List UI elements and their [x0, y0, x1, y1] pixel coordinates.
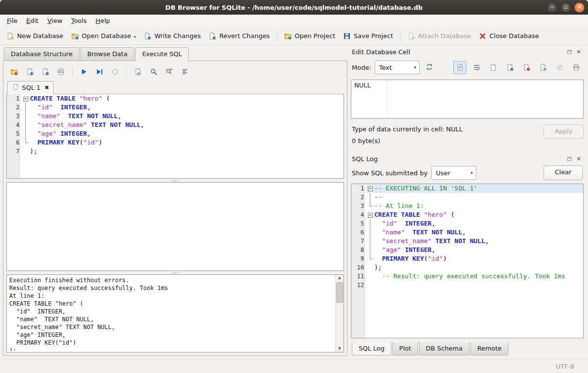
- line-number: 1: [351, 184, 366, 193]
- code-line-2[interactable]: 2--: [351, 193, 583, 202]
- close-dock-icon[interactable]: [575, 155, 583, 163]
- menu-file[interactable]: File: [2, 16, 22, 26]
- bottom-tab-plot[interactable]: Plot: [392, 342, 418, 355]
- float-dock-icon[interactable]: [566, 155, 573, 163]
- close-database-button[interactable]: Close Database: [475, 29, 543, 43]
- write-changes-button[interactable]: Write Changes: [140, 29, 204, 43]
- encoding-indicator[interactable]: UTF-8: [556, 363, 574, 370]
- float-dock-icon[interactable]: [566, 48, 573, 56]
- line-number: 2: [7, 103, 22, 112]
- exec-log-line: CREATE TABLE "hero" (: [9, 300, 335, 308]
- bottom-tab-db-schema[interactable]: DB Schema: [419, 342, 469, 355]
- find-button[interactable]: [147, 65, 161, 79]
- code-line-10[interactable]: 10);: [351, 263, 583, 272]
- bottom-tab-sql-log[interactable]: SQL Log: [352, 342, 391, 355]
- panel-splitter[interactable]: [347, 45, 351, 359]
- maximize-button[interactable]: ▫: [561, 2, 571, 13]
- code-line-2[interactable]: 2 "id" INTEGER,: [7, 103, 344, 112]
- save-sql-file-button[interactable]: [23, 65, 37, 79]
- menu-help[interactable]: Help: [91, 16, 115, 26]
- code-line-5[interactable]: 5 "id" INTEGER,: [351, 219, 583, 228]
- code-line-4[interactable]: 4CREATE TABLE "hero" (: [351, 210, 583, 219]
- code-line-5[interactable]: 5 "age" INTEGER,: [7, 129, 344, 138]
- save-project-button[interactable]: Save Project: [339, 29, 397, 43]
- format-sql-button[interactable]: [178, 65, 192, 79]
- fold-collapse-icon[interactable]: [366, 210, 373, 219]
- code-line-3[interactable]: 3-- At line 1:: [351, 202, 583, 210]
- execute-line-button[interactable]: [93, 65, 106, 79]
- code-line-1[interactable]: 1CREATE TABLE "hero" (: [7, 94, 344, 103]
- import-data-button[interactable]: [503, 61, 516, 74]
- auto-switch-mode-button[interactable]: [423, 61, 436, 74]
- open-sql-file-button[interactable]: [7, 65, 21, 79]
- sql-log-view[interactable]: 1-- EXECUTING ALL IN 'SQL 1'2--3-- At li…: [351, 184, 584, 338]
- execution-log[interactable]: Execution finished without errors.Result…: [9, 276, 335, 351]
- mode-select[interactable]: Text ▾: [375, 61, 420, 74]
- print-sql-button[interactable]: [54, 65, 68, 79]
- code-line-7[interactable]: 7 "secret_name" TEXT NOT NULL,: [351, 237, 583, 246]
- code-line-6[interactable]: 6 PRIMARY KEY("id"): [7, 138, 344, 147]
- fold-collapse-icon[interactable]: [22, 94, 29, 103]
- save-sql-as-button[interactable]: [39, 65, 52, 79]
- print-cell-button[interactable]: [569, 61, 583, 74]
- execute-all-button[interactable]: [77, 65, 91, 79]
- close-window-button[interactable]: ✕: [574, 2, 585, 13]
- menu-view[interactable]: View: [43, 16, 67, 26]
- save-sql-as-icon: [41, 68, 49, 76]
- menu-edit[interactable]: Edit: [22, 16, 43, 26]
- tab-browse-data[interactable]: Browse Data: [81, 47, 135, 61]
- code-line-11[interactable]: 11 -- Result: query executed successfull…: [351, 272, 583, 281]
- tab-database-structure[interactable]: Database Structure: [4, 47, 80, 61]
- text-mode-button[interactable]: [453, 61, 466, 74]
- close-dock-icon[interactable]: [575, 48, 583, 56]
- save-data-button[interactable]: [536, 61, 549, 74]
- fold-collapse-icon[interactable]: [366, 184, 373, 193]
- open-project-button[interactable]: Open Project: [280, 29, 339, 43]
- execute-line-icon: [96, 68, 103, 76]
- code-line-7[interactable]: 7);: [7, 147, 344, 156]
- doc-icon: [12, 83, 19, 90]
- fold-gutter: [366, 219, 373, 228]
- splitter-handle[interactable]: [6, 271, 344, 274]
- code-line-12[interactable]: 12: [351, 281, 583, 290]
- code-line-1[interactable]: 1-- EXECUTING ALL IN 'SQL 1': [351, 184, 583, 193]
- menu-tools[interactable]: Tools: [67, 16, 91, 26]
- exec-log-line: "age" INTEGER,: [9, 331, 335, 339]
- fold-gutter: [22, 103, 29, 112]
- revert-changes-button[interactable]: Revert Changes: [204, 29, 273, 43]
- scroll-down-icon[interactable]: ▼: [338, 346, 341, 352]
- scrollbar[interactable]: ▲ ▼: [335, 275, 344, 352]
- print-icon: [57, 68, 65, 76]
- line-number: 11: [351, 272, 366, 281]
- splitter-handle[interactable]: [6, 179, 344, 182]
- find-replace-button[interactable]: [162, 65, 176, 79]
- open-database-button[interactable]: Open Database▾: [67, 29, 140, 43]
- scrollbar-thumb[interactable]: [336, 282, 343, 303]
- scroll-up-icon[interactable]: ▲: [338, 275, 341, 281]
- main-tabbar: Database StructureBrowse DataExecute SQL: [3, 47, 347, 61]
- minimize-button[interactable]: −: [547, 2, 557, 13]
- code-text: "id" INTEGER,: [373, 219, 583, 228]
- bottom-tab-remote[interactable]: Remote: [470, 342, 508, 355]
- export-data-button[interactable]: [520, 61, 533, 74]
- dropdown-caret-icon[interactable]: ▾: [134, 35, 136, 40]
- export-results-button[interactable]: [131, 65, 145, 79]
- open-data-button[interactable]: [487, 61, 500, 74]
- clear-log-button[interactable]: Clear: [544, 166, 583, 180]
- code-line-9[interactable]: 9 PRIMARY KEY("id"): [351, 254, 583, 263]
- word-wrap-button[interactable]: [470, 61, 483, 74]
- new-database-button[interactable]: New Database: [2, 29, 67, 43]
- close-tab-icon[interactable]: ✖: [44, 84, 49, 91]
- sql-editor[interactable]: 1CREATE TABLE "hero" (2 "id" INTEGER,3 "…: [6, 94, 344, 179]
- code-line-3[interactable]: 3 "name" TEXT NOT NULL,: [7, 112, 344, 121]
- code-line-8[interactable]: 8 "age" INTEGER,: [351, 246, 583, 254]
- results-area[interactable]: [6, 182, 344, 271]
- tab-execute-sql[interactable]: Execute SQL: [135, 47, 189, 61]
- sql-doc-tab[interactable]: SQL 1 ✖: [7, 81, 54, 94]
- open-sql-icon: [10, 68, 18, 76]
- cell-editor[interactable]: NULL: [351, 80, 584, 119]
- titlebar[interactable]: DB Browser for SQLite - /home/user/code/…: [0, 0, 588, 15]
- code-line-6[interactable]: 6 "name" TEXT NOT NULL,: [351, 228, 583, 237]
- code-line-4[interactable]: 4 "secret_name" TEXT NOT NULL,: [7, 121, 344, 129]
- log-filter-select[interactable]: User ▾: [431, 166, 476, 180]
